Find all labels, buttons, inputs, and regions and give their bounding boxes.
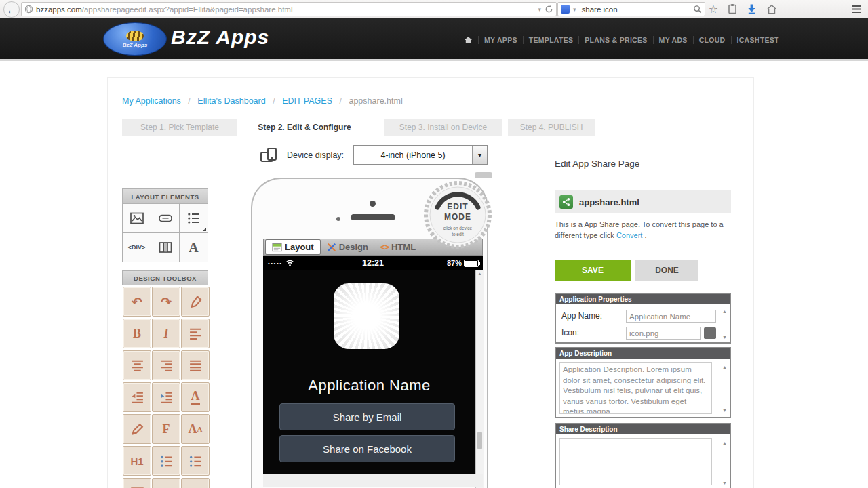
font-color-icon[interactable]: A	[181, 382, 210, 412]
icon-label: Icon:	[561, 328, 579, 338]
search-bar[interactable]: ▾ share icon	[557, 2, 705, 16]
design-toolbox-panel: DESIGN TOOLBOX ↶ ↷ B I A F AA H1 <P>	[122, 270, 208, 488]
select-dropdown-icon[interactable]: ▾	[472, 146, 487, 164]
props-scroll-up-icon[interactable]: ▲	[722, 309, 727, 314]
crumb-my-applications[interactable]: My Applications	[122, 96, 181, 106]
tab-step3[interactable]: Step 3. Install on Device	[384, 119, 502, 136]
nav-home-icon[interactable]	[458, 36, 478, 44]
desc-scroll-down-icon[interactable]: ▼	[722, 408, 727, 413]
font-size-icon[interactable]: AA	[181, 414, 210, 444]
text-glyph: A	[189, 240, 198, 256]
align-left-icon[interactable]	[181, 319, 210, 348]
bzz-logo[interactable]: BzZ Apps	[103, 22, 167, 56]
undo-icon[interactable]: ↶	[123, 287, 151, 317]
menu-icon[interactable]	[848, 1, 864, 16]
props-scroll-down-icon[interactable]: ▼	[722, 335, 727, 340]
design-toolbox-title: DESIGN TOOLBOX	[122, 270, 208, 285]
justify-icon[interactable]	[181, 350, 210, 380]
table-icon[interactable]	[123, 478, 151, 488]
application-properties-panel: Application Properties App Name: Icon: .…	[555, 293, 731, 344]
bookmarks-menu-icon[interactable]	[724, 1, 741, 16]
element-div[interactable]: <DIV>	[123, 233, 151, 262]
nav-my-ads[interactable]: MY ADS	[653, 36, 693, 44]
share-email-button[interactable]: Share by Email	[279, 403, 455, 430]
url-path: /appsharepageedit.aspx?appid=Ellita&page…	[82, 5, 535, 14]
redo-icon[interactable]: ↷	[152, 287, 180, 317]
device-display-select[interactable]: 4-inch (iPhone 5) ▾	[353, 145, 488, 165]
nav-cloud[interactable]: CLOUD	[693, 36, 731, 44]
crumb-edit-pages[interactable]: EDIT PAGES	[282, 96, 332, 106]
tab-layout[interactable]: Layout	[265, 239, 321, 255]
div-glyph: <DIV>	[128, 244, 146, 251]
element-list[interactable]	[180, 204, 208, 232]
url-bar[interactable]: bzzapps.com /appsharepageedit.aspx?appid…	[21, 2, 557, 16]
done-button[interactable]: DONE	[635, 260, 698, 281]
editor-scrollbar[interactable]: ▲	[475, 270, 484, 488]
tab-html[interactable]: <> HTML	[374, 240, 422, 254]
h1-icon[interactable]: H1	[123, 446, 151, 476]
marker-icon[interactable]	[181, 287, 210, 317]
device-display-label: Device display:	[287, 150, 344, 160]
indent-icon[interactable]	[152, 382, 180, 412]
app-name-text[interactable]: Application Name	[263, 377, 475, 394]
share-description-field[interactable]	[559, 438, 712, 485]
share-description-title: Share Description	[556, 424, 730, 434]
share-scroll-down-icon[interactable]: ▼	[722, 481, 727, 485]
element-columns[interactable]	[151, 233, 179, 262]
application-properties-title: Application Properties	[556, 294, 730, 304]
speaker-slot	[351, 214, 395, 220]
site-icon	[24, 5, 33, 14]
ordered-list-icon[interactable]	[152, 446, 180, 476]
downloads-icon[interactable]	[743, 1, 760, 16]
save-button[interactable]: SAVE	[555, 260, 631, 281]
element-image[interactable]	[123, 204, 151, 232]
pen-icon[interactable]	[123, 414, 151, 444]
scroll-thumb[interactable]	[477, 432, 482, 449]
breadcrumb-separator: /	[339, 96, 341, 106]
device-rotate-icon	[260, 146, 279, 164]
browse-button[interactable]: ...	[704, 327, 716, 339]
outdent-icon[interactable]	[123, 382, 151, 412]
nav-icashtest[interactable]: ICASHTEST	[731, 36, 785, 44]
tab-design[interactable]: Design	[321, 240, 374, 254]
phone-screen[interactable]: Application Name Share by Email Share on…	[263, 270, 475, 474]
reload-icon[interactable]	[545, 5, 553, 14]
unordered-list-icon[interactable]	[181, 446, 210, 476]
tab-step4[interactable]: Step 4. PUBLISH	[508, 119, 595, 136]
app-icon[interactable]	[334, 283, 399, 349]
element-button[interactable]	[151, 204, 179, 232]
italic-icon[interactable]: I	[152, 319, 180, 348]
url-dropdown-icon[interactable]: ▾	[534, 6, 545, 13]
scroll-up-icon[interactable]: ▲	[476, 272, 484, 276]
back-button[interactable]: ←	[3, 1, 20, 18]
convert-link[interactable]: Convert	[616, 231, 643, 239]
element-text[interactable]: A	[180, 233, 208, 262]
search-engine-dropdown-icon[interactable]: ▾	[570, 6, 580, 13]
app-name-field[interactable]	[626, 310, 716, 323]
search-input[interactable]: share icon	[582, 5, 693, 14]
tab-step1[interactable]: Step 1. Pick Template	[122, 119, 237, 136]
tab-step2[interactable]: Step 2. Edit & Configure	[240, 119, 369, 136]
nav-my-apps[interactable]: MY APPS	[478, 36, 523, 44]
search-engine-icon[interactable]	[561, 5, 570, 14]
bookmark-star-icon[interactable]: ☆	[705, 1, 722, 16]
desc-scroll-up-icon[interactable]: ▲	[722, 365, 727, 369]
convert-info: This is a App Share page. To convert thi…	[555, 220, 732, 241]
nav-templates[interactable]: TEMPLATES	[523, 36, 579, 44]
paragraph-icon[interactable]: <P>	[152, 478, 180, 488]
share-facebook-button[interactable]: Share on Facebook	[279, 435, 455, 462]
nav-plans-prices[interactable]: PLANS & PRICES	[578, 36, 652, 44]
crumb-dashboard[interactable]: Ellita's Dashboard	[197, 96, 265, 106]
share-scroll-up-icon[interactable]: ▲	[722, 441, 727, 445]
media-icon[interactable]	[181, 478, 210, 488]
app-description-field[interactable]: Application Description. Lorem ipsum dol…	[559, 362, 712, 414]
align-center-icon[interactable]	[123, 350, 151, 380]
search-go-icon[interactable]	[693, 5, 702, 14]
align-right-icon[interactable]	[152, 350, 180, 380]
font-icon[interactable]: F	[152, 414, 180, 444]
bold-icon[interactable]: B	[123, 319, 151, 348]
step-tabs: Step 1. Pick Template Step 2. Edit & Con…	[122, 119, 595, 136]
icon-field[interactable]	[626, 327, 701, 340]
home-icon[interactable]	[764, 1, 780, 16]
tab-html-label: HTML	[391, 242, 416, 252]
